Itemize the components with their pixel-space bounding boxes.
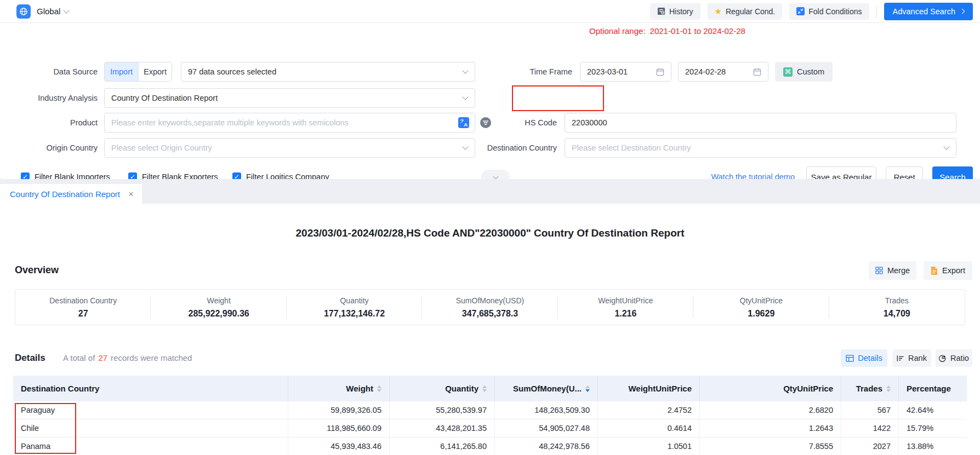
start-date-value: 2023-03-01 [587,67,628,76]
cell-weight-unit-price: 0.4614 [597,419,699,437]
tab-country-of-destination-report[interactable]: Country Of Destination Report × [0,184,142,204]
merge-button[interactable]: Merge [869,261,916,280]
custom-range-button[interactable]: ⌘ Custom [775,62,833,82]
topbar: Global History ★ Regular Cond. Fold Cond… [0,0,980,23]
export-tab[interactable]: Export [138,62,172,81]
data-source-label: Data Source [15,62,98,82]
data-sources-value: 97 data sources selected [188,67,276,76]
topbar-actions: History ★ Regular Cond. Fold Conditions … [650,3,980,20]
details-heading: Details [15,353,45,364]
calendar-icon [656,68,664,76]
translate-icon[interactable]: A [458,117,469,128]
chevron-down-icon [64,7,70,13]
origin-country-label: Origin Country [15,138,98,158]
end-date-field[interactable]: 2024-02-28 [678,62,768,82]
close-icon[interactable]: × [128,189,134,199]
regular-cond-button[interactable]: ★ Regular Cond. [708,3,783,20]
view-rank-button[interactable]: Rank [892,349,931,367]
chevron-down-icon [943,143,949,149]
industry-analysis-select[interactable]: Country Of Destination Report [104,88,475,108]
chevron-right-icon [960,9,965,14]
history-icon [657,7,665,15]
optional-range-value: 2021-01-01 to 2024-02-28 [650,26,745,36]
industry-analysis-value: Country Of Destination Report [111,94,218,102]
fold-icon [796,7,805,15]
chevron-down-icon [462,94,468,100]
fold-conditions-button[interactable]: Fold Conditions [789,3,869,20]
sort-icon[interactable] [377,385,381,392]
origin-country-placeholder: Please select Origin Country [111,143,212,152]
cell-trades: 2027 [841,437,898,455]
advanced-search-button[interactable]: Advanced Search [884,3,973,20]
cell-percentage: 42.64% [898,401,967,419]
cell-country: Chile [13,419,288,437]
sort-icon-active-desc[interactable] [585,385,590,392]
destination-country-select[interactable]: Please select Destination Country [565,138,956,158]
regular-cond-label: Regular Cond. [726,7,775,16]
industry-analysis-label: Industry Analysis [15,88,98,108]
view-ratio-label: Ratio [950,354,969,362]
stat-qty-unit-price: QtyUnitPrice 1.9629 [693,290,829,325]
stat-destination-country: Destination Country 27 [15,290,151,325]
match-count: 27 [98,353,107,362]
export-file-icon [931,267,938,275]
pie-chart-icon [939,354,947,362]
cell-sum-of-money: 54,905,027.48 [494,419,597,437]
tab-title: Country Of Destination Report [10,189,120,199]
data-sources-select[interactable]: 97 data sources selected [181,62,475,82]
cell-percentage: 15.79% [898,419,967,437]
chevron-down-icon [493,174,498,179]
stat-quantity: Quantity 177,132,146.72 [287,290,422,325]
table-view-icon [846,355,854,362]
sort-icon[interactable] [482,385,487,392]
col-trades[interactable]: Trades [841,376,898,401]
merge-icon [875,267,883,274]
merge-label: Merge [887,266,910,275]
view-ratio-button[interactable]: Ratio [936,349,972,367]
origin-country-select[interactable]: Please select Origin Country [104,138,475,158]
globe-icon [16,4,31,19]
start-date-field[interactable]: 2023-03-01 [580,62,671,82]
fold-conditions-label: Fold Conditions [808,7,862,16]
import-tab[interactable]: Import [105,62,138,81]
export-button[interactable]: Export [924,261,972,280]
product-label: Product [15,113,98,133]
hs-code-input[interactable] [565,113,956,133]
cell-weight: 118,985,660.09 [288,419,389,437]
region-label: Global [37,7,60,16]
view-details-button[interactable]: Details [841,349,887,367]
view-details-label: Details [858,354,882,362]
cell-country: Paraguay [13,401,288,419]
table-row: Paraguay 59,899,326.05 55,280,539.97 148… [13,401,967,419]
cell-percentage: 13.88% [898,437,967,455]
trade-data-app: Global History ★ Regular Cond. Fold Cond… [0,0,980,455]
sort-icon[interactable] [886,385,891,392]
col-quantity[interactable]: Quantity [389,376,494,401]
col-weight[interactable]: Weight [288,376,389,401]
col-weight-unit-price: WeightUnitPrice [597,376,699,401]
destination-country-placeholder: Please select Destination Country [572,143,691,152]
search-filter-panel: Optional range:2021-01-01 to 2024-02-28 … [0,23,980,179]
col-destination-country: Destination Country [13,376,288,401]
end-date-value: 2024-02-28 [685,67,726,76]
col-qty-unit-price: QtyUnitPrice [699,376,841,401]
region-selector[interactable]: Global [16,4,69,19]
view-rank-label: Rank [908,354,927,362]
details-table: Destination Country Weight Quantity SumO… [13,376,967,455]
cell-country: Panama [13,437,288,455]
stat-weight: Weight 285,922,990.36 [151,290,286,325]
overview-heading: Overview [15,264,59,276]
history-button[interactable]: History [650,3,700,20]
optional-range-hint: Optional range:2021-01-01 to 2024-02-28 [589,26,745,36]
advanced-search-label: Advanced Search [893,7,955,16]
chevron-down-icon [462,143,468,149]
col-sum-of-money[interactable]: SumOfMoney(U... [494,376,597,401]
export-label: Export [942,266,965,275]
product-input[interactable] [104,113,475,133]
cell-qty-unit-price: 2.6820 [699,401,841,419]
cell-trades: 567 [841,401,898,419]
destination-country-label: Destination Country [475,138,557,158]
overview-stats-bar: Destination Country 27 Weight 285,922,99… [15,289,965,325]
match-summary: A total of27records were matched [63,349,192,367]
custom-label: Custom [797,67,824,76]
